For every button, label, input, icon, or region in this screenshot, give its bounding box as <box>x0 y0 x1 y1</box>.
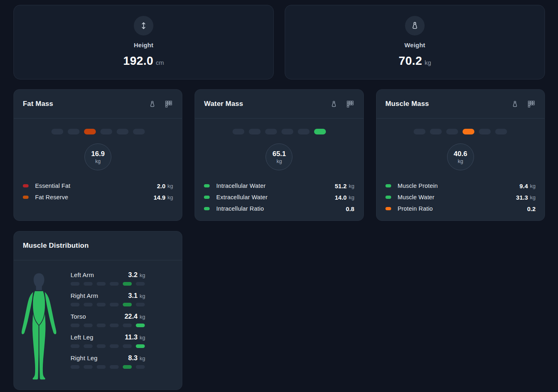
segment-pill <box>51 129 63 134</box>
percent-grid-toggle-button[interactable] <box>164 100 173 108</box>
segment-pill <box>84 303 93 306</box>
distribution-row-line: Left Arm3.2kg <box>71 271 145 279</box>
segment-pill <box>446 129 458 134</box>
segment-pill <box>123 344 132 348</box>
water-level-segments <box>232 129 326 134</box>
percent-grid-toggle-button[interactable] <box>346 100 354 108</box>
body-silhouette-figure <box>19 271 59 390</box>
segment-value: 8.3 <box>128 354 137 362</box>
fat-mass-header-icons <box>148 100 173 108</box>
row-unit: kg <box>530 194 536 200</box>
row-value: 9.4 <box>519 183 528 189</box>
height-arrows-icon <box>139 21 148 31</box>
height-label: Height <box>134 42 153 48</box>
segment-level-bar <box>71 324 145 327</box>
segment-pill <box>430 129 442 134</box>
row-value: 14.9 <box>153 194 165 201</box>
segment-level-bar <box>71 365 145 369</box>
muscle-distribution-body: Left Arm3.2kgRight Arm3.1kgTorso22.4kgLe… <box>14 260 182 390</box>
distribution-row: Right Arm3.1kg <box>71 292 145 306</box>
muscle-total-value: 40.6 <box>454 150 467 158</box>
segment-pill-active <box>314 129 326 134</box>
water-mass-header: Water Mass <box>195 90 363 119</box>
weight-unit-toggle-button[interactable] <box>511 100 519 108</box>
body-silhouette-icon <box>19 271 59 382</box>
metric-row: Protein Ratio0.2 <box>385 203 536 214</box>
weight-value-group: 70.2 kg <box>399 54 431 68</box>
row-label: Fat Reserve <box>35 194 68 200</box>
segment-pill <box>84 324 93 327</box>
segment-pill-active <box>123 282 132 286</box>
legend-dot <box>23 184 29 187</box>
segment-pill <box>117 129 128 134</box>
distribution-row-line: Torso22.4kg <box>71 313 145 320</box>
segment-unit: kg <box>140 314 145 320</box>
height-value: 192.0 <box>123 54 153 68</box>
row-value: 0.8 <box>346 205 354 212</box>
segment-pill-active <box>123 365 132 369</box>
segment-unit: kg <box>140 293 145 299</box>
row-unit: kg <box>349 194 354 200</box>
segment-pill <box>110 303 119 306</box>
segment-pill <box>97 303 106 306</box>
weight-card: Weight 70.2 kg <box>285 5 545 79</box>
row-value: 0.2 <box>527 205 536 212</box>
row-label: Muscle Water <box>398 194 435 200</box>
kettlebell-icon <box>330 100 338 108</box>
segment-level-bar <box>71 282 145 286</box>
muscle-distribution-card: Muscle Distribution Left <box>13 231 182 390</box>
row-value: 2.0 <box>157 183 166 189</box>
muscle-level-segments <box>414 129 507 134</box>
segment-pill <box>97 344 106 348</box>
row-label: Extracellular Water <box>216 194 268 200</box>
segment-pill <box>71 282 80 286</box>
segment-pill <box>97 282 106 286</box>
weight-unit-toggle-button[interactable] <box>330 100 338 108</box>
segment-pill <box>84 365 93 369</box>
row-label: Intracellular Ratio <box>216 205 264 212</box>
segment-label: Right Arm <box>71 292 98 299</box>
row-label: Intracellular Water <box>216 183 266 189</box>
segment-pill <box>110 324 119 327</box>
muscle-total-unit: kg <box>458 159 463 164</box>
height-value-group: 192.0 cm <box>123 54 164 68</box>
fat-mass-rows: Essential Fat2.0kgFat Reserve14.9kg <box>14 180 182 203</box>
segment-pill <box>495 129 507 134</box>
row-label: Essential Fat <box>35 183 70 189</box>
segment-pill <box>281 129 293 134</box>
muscle-mass-header-icons <box>511 100 536 108</box>
weight-label: Weight <box>405 42 425 48</box>
segment-pill <box>414 129 425 134</box>
segment-pill <box>110 282 119 286</box>
segment-pill-active <box>136 344 145 348</box>
weight-unit: kg <box>425 59 431 66</box>
segment-pill <box>97 365 106 369</box>
muscle-mass-header: Muscle Mass <box>376 90 545 119</box>
kettlebell-icon <box>148 100 157 108</box>
summary-row: Height 192.0 cm Weight 70.2 kg <box>13 5 545 79</box>
legend-dot <box>204 207 210 210</box>
weight-unit-toggle-button[interactable] <box>148 100 157 108</box>
segment-label: Torso <box>71 313 86 320</box>
fat-total-unit: kg <box>95 159 101 164</box>
fat-mass-card: Fat Mass 16.9 kg Essential Fat2.0kgFat R… <box>13 89 182 221</box>
height-unit: cm <box>156 59 164 66</box>
segment-pill <box>110 344 119 348</box>
segment-pill-active <box>84 129 96 134</box>
height-card: Height 192.0 cm <box>13 5 274 79</box>
segment-value: 11.3 <box>125 333 137 341</box>
metric-row: Extracellular Water14.0kg <box>204 192 354 203</box>
row-label: Muscle Protein <box>398 183 438 189</box>
distribution-row: Right Leg8.3kg <box>71 354 145 369</box>
metric-row: Intracellular Ratio0.8 <box>204 203 354 214</box>
row-unit: kg <box>168 194 173 200</box>
segment-unit: kg <box>140 335 145 341</box>
distribution-row: Muscle Distribution Left <box>13 231 545 390</box>
row-unit: kg <box>349 183 354 189</box>
weight-icon-circle <box>405 16 425 35</box>
distribution-row: Left Arm3.2kg <box>71 271 145 286</box>
legend-dot <box>385 184 391 187</box>
percent-grid-toggle-button[interactable] <box>527 100 536 108</box>
water-total-circle: 65.1 kg <box>266 143 292 170</box>
row-value: 31.3 <box>516 194 528 201</box>
